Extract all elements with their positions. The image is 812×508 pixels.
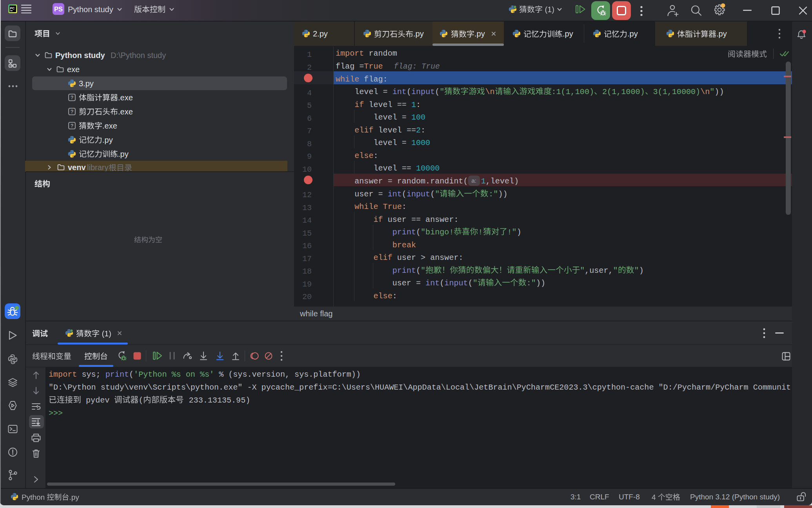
- svg-text:PC: PC: [10, 6, 15, 10]
- svg-text:?: ?: [71, 109, 74, 114]
- svg-text:?: ?: [71, 123, 74, 129]
- svg-text:?: ?: [71, 95, 74, 100]
